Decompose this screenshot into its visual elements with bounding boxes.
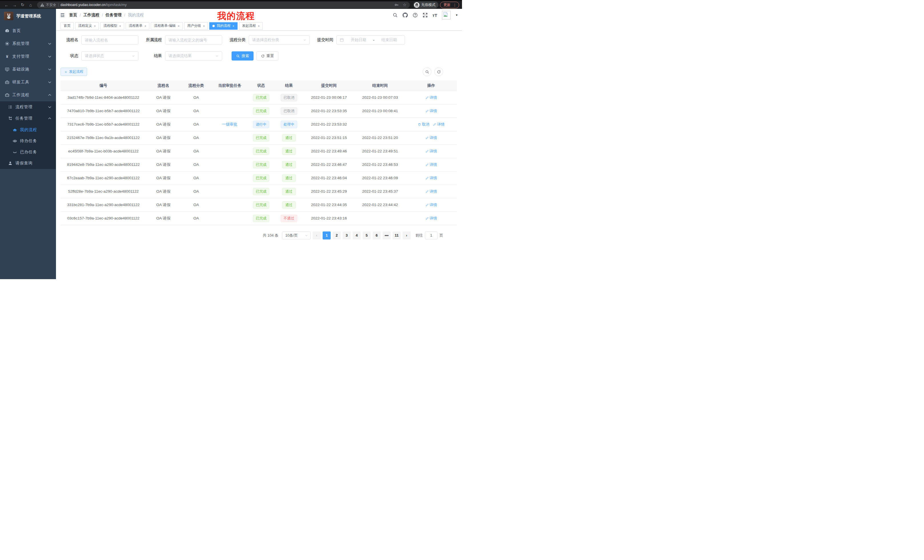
process-category-select[interactable]: 请选择流程分类 (249, 35, 310, 45)
detail-link[interactable]: 详情 (426, 202, 437, 208)
filter-field-result: 结果 请选择流结果 (144, 51, 222, 60)
search-button[interactable]: 搜索 (232, 51, 254, 60)
status-select[interactable]: 请选择状态 (81, 51, 138, 60)
cell-submit-time: 2022-01-22 23:46:04 (303, 171, 355, 185)
tab-close-icon[interactable]: × (94, 24, 96, 28)
page-button-5[interactable]: 5 (363, 232, 370, 240)
sidebar-item-label: 工作流程 (12, 93, 45, 97)
github-icon[interactable] (403, 13, 408, 18)
browser-home-icon[interactable]: ⌂ (27, 3, 34, 7)
detail-link[interactable]: 详情 (426, 189, 437, 194)
detail-link[interactable]: 详情 (426, 95, 437, 100)
detail-link[interactable]: 详情 (426, 175, 437, 181)
tab-process-model[interactable]: 流程模型× (100, 22, 124, 30)
page-size-select[interactable]: 10条/页 (282, 232, 310, 240)
tab-close-icon[interactable]: × (258, 24, 260, 28)
sidebar-fold-icon[interactable] (60, 13, 65, 18)
page-button-4[interactable]: 4 (352, 232, 361, 240)
app-logo-row[interactable]: 🐰 芋道管理系统 (0, 9, 56, 22)
goto-prefix: 前往 (416, 233, 423, 238)
column-header: 流程分类 (180, 81, 212, 91)
prev-page-button[interactable]: ‹ (313, 232, 321, 240)
fullscreen-icon[interactable] (423, 13, 428, 18)
tab-close-icon[interactable]: × (232, 24, 234, 28)
cell-process-name: OA 请假 (146, 211, 180, 225)
current-task-link[interactable]: 一级审批 (222, 122, 238, 126)
table-row: 67c2eaab-7b9a-11ec-a290-acde48001122 OA … (60, 171, 457, 185)
breadcrumb-item[interactable]: 工作流程 (83, 13, 99, 18)
trash-icon (418, 123, 421, 126)
detail-link[interactable]: 详情 (426, 108, 437, 114)
bookmark-star-icon[interactable]: ☆ (402, 3, 407, 7)
cancel-link[interactable]: 取消 (418, 122, 429, 127)
tab-close-icon[interactable]: × (144, 24, 146, 28)
next-page-button[interactable]: › (403, 232, 411, 240)
briefcase-icon (5, 93, 9, 97)
sidebar-item-payment-mgmt[interactable]: ¥支付管理 (0, 50, 56, 63)
tab-close-icon[interactable]: × (203, 24, 205, 28)
detail-link[interactable]: 详情 (426, 149, 437, 154)
sidebar-item-my-process[interactable]: 我的流程 (0, 124, 56, 135)
table-toolbar: ＋ 发起流程 (60, 67, 458, 76)
start-process-button[interactable]: ＋ 发起流程 (60, 67, 87, 76)
refresh-button[interactable] (434, 67, 443, 76)
page-button-2[interactable]: 2 (333, 232, 340, 240)
detail-link[interactable]: 详情 (433, 122, 445, 127)
page-button-1[interactable]: 1 (322, 232, 331, 240)
active-tab-dot (213, 25, 215, 27)
sidebar-item-workflow[interactable]: 工作流程 (0, 88, 56, 101)
sidebar-item-task-mgmt[interactable]: 任务管理 (0, 113, 56, 124)
sidebar-item-system-mgmt[interactable]: 系统管理 (0, 37, 56, 50)
browser-menu-dots-icon[interactable]: ⋮ (453, 3, 457, 7)
reset-button[interactable]: 重置 (256, 51, 278, 60)
browser-forward-icon[interactable]: → (11, 3, 18, 7)
tab-close-icon[interactable]: × (178, 24, 179, 28)
cell-process-id: 3ad174fb-7b9d-11ec-8404-acde48001122 (60, 91, 146, 104)
sidebar-item-infrastructure[interactable]: 基础设施 (0, 63, 56, 76)
tab-my-process[interactable]: 我的流程× (209, 22, 237, 30)
page-button-6[interactable]: 6 (373, 232, 381, 240)
avatar[interactable] (442, 11, 451, 19)
breadcrumb-item[interactable]: 首页 (69, 13, 77, 18)
tab-process-form[interactable]: 流程表单× (126, 22, 149, 30)
tab-process-form-edit[interactable]: 流程表单-编辑× (151, 22, 183, 30)
address-bar[interactable]: 不安全 dashboard.yudao.iocoder.cn/bpm/task/… (37, 2, 410, 8)
tab-home[interactable]: 首页 (60, 22, 74, 30)
sidebar-item-done-tasks[interactable]: 已办任务 (0, 147, 56, 157)
result-select[interactable]: 请选择流结果 (165, 51, 222, 60)
cell-current-task: 一级审批 (212, 118, 248, 131)
submit-time-daterange[interactable]: 开始日期 - 结束日期 (336, 35, 405, 45)
process-definition-input[interactable] (168, 38, 219, 42)
key-icon[interactable] (394, 3, 399, 7)
sidebar-item-home[interactable]: 首页 (0, 24, 56, 37)
more-pages-button[interactable]: ••• (382, 232, 391, 240)
cell-current-task (212, 185, 248, 198)
tab-close-icon[interactable]: × (119, 24, 121, 28)
security-warning-icon (40, 3, 45, 7)
browser-update-button[interactable]: 更新 ⋮ (440, 2, 459, 8)
goto-page-input[interactable] (425, 232, 438, 240)
browser-back-icon[interactable]: ← (3, 3, 10, 7)
avatar-caret-icon[interactable]: ▼ (455, 14, 458, 16)
page-button-11[interactable]: 11 (393, 232, 400, 240)
detail-link[interactable]: 详情 (426, 162, 437, 167)
help-icon[interactable] (412, 13, 418, 18)
sidebar-item-process-mgmt[interactable]: 流程管理 (0, 101, 56, 113)
process-name-input[interactable] (85, 38, 135, 42)
tab-start-process[interactable]: 发起流程× (239, 22, 263, 30)
detail-link[interactable]: 详情 (426, 216, 437, 221)
tab-process-definition[interactable]: 流程定义× (75, 22, 99, 30)
tab-user-group[interactable]: 用户分组× (184, 22, 208, 30)
result-badge: 通过 (282, 134, 296, 142)
sidebar-item-dev-tools[interactable]: 研发工具 (0, 76, 56, 88)
browser-reload-icon[interactable]: ↻ (20, 2, 26, 7)
detail-link[interactable]: 详情 (426, 135, 437, 141)
search-icon[interactable] (393, 13, 398, 18)
sidebar-item-leave-query[interactable]: 请假查询 (0, 157, 56, 169)
page-button-3[interactable]: 3 (343, 232, 351, 240)
cell-process-category: OA (180, 211, 212, 225)
breadcrumb-item[interactable]: 任务管理 (106, 13, 122, 18)
font-size-icon[interactable]: ᴛT (433, 13, 438, 18)
show-search-button[interactable] (423, 67, 432, 76)
sidebar-item-todo-tasks[interactable]: 待办任务 (0, 135, 56, 147)
